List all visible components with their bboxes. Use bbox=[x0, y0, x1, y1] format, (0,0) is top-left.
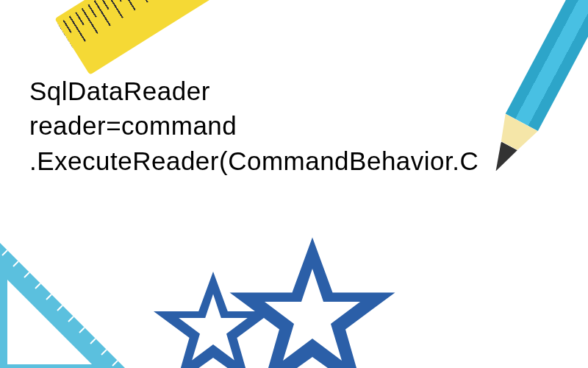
code-line-3: .ExecuteReader(CommandBehavior.C bbox=[29, 144, 478, 178]
code-line-1: SqlDataReader bbox=[29, 74, 478, 108]
code-snippet: SqlDataReader reader=command .ExecuteRea… bbox=[29, 74, 478, 178]
set-square-graphic bbox=[0, 221, 147, 368]
pencil-graphic bbox=[480, 0, 588, 180]
code-line-2: reader=command bbox=[29, 108, 478, 143]
star-graphic-large bbox=[220, 228, 404, 368]
ruler-graphic bbox=[54, 0, 239, 75]
